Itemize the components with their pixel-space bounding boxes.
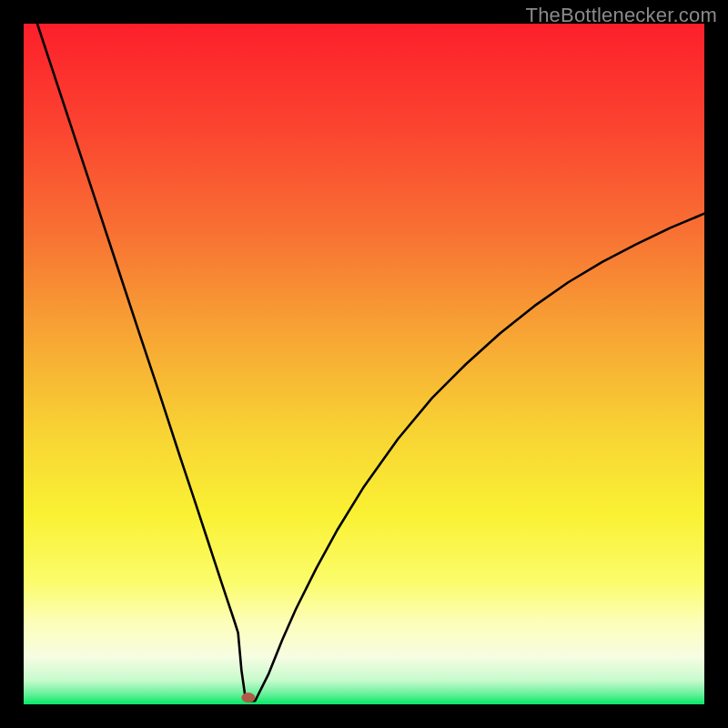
gradient-background [24,24,704,704]
chart-frame: TheBottlenecker.com [0,0,728,728]
optimal-marker [241,693,255,703]
bottleneck-chart [24,24,704,704]
plot-area [24,24,704,704]
